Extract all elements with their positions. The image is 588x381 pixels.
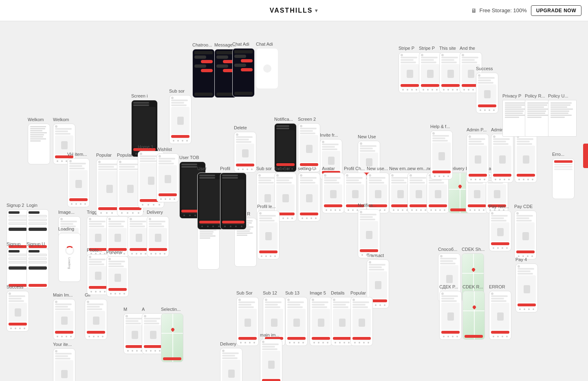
frame-image5[interactable]: Image 5 [310, 290, 332, 346]
frame-delivery_d1[interactable]: Delivery [220, 341, 242, 381]
frame-label-pay_cde: Pay CDE [514, 204, 533, 209]
frame-wishlist[interactable]: Wishlist [156, 147, 179, 202]
frame-popular3[interactable]: Popular [350, 290, 373, 346]
frame-label-profil_ch: Profil Ch... [344, 166, 365, 171]
frame-loading[interactable]: LoadingLoading [58, 226, 81, 282]
frame-label-main_im2: main im... [260, 332, 280, 337]
frame-thumb-success1 [7, 291, 29, 332]
frame-screen2[interactable]: Screen 2 [298, 117, 320, 172]
frame-label-help: Help & f... [430, 124, 450, 129]
frame-signup2[interactable]: Signup_ [7, 241, 29, 289]
frame-thumb-photo [87, 254, 109, 295]
frame-label-notifica1: Notifica... [274, 117, 293, 122]
frame-success1[interactable]: Success [7, 284, 29, 332]
frame-label-stripe2: Stripe P [419, 46, 435, 51]
frame-label-delivery_d1: Delivery [220, 341, 236, 346]
frame-help[interactable]: Help & f... [430, 124, 453, 179]
frame-chat_adi1[interactable]: Chat Adi [232, 42, 255, 97]
frame-site[interactable]: This site [439, 46, 462, 93]
frame-thumb-sub13 [285, 297, 308, 346]
frame-setting[interactable]: setting U [298, 166, 320, 222]
frame-signup3[interactable]: Signup U [26, 241, 49, 289]
frame-main_im[interactable]: Main Im... [53, 292, 75, 340]
frame-label-popular2: Popular... [117, 153, 136, 157]
frame-label-main_im: Main Im... [53, 292, 73, 297]
frame-sub_sor4[interactable]: Sub Sor [236, 290, 259, 346]
frame-cdek_ru[interactable]: CDEK R... [462, 284, 485, 340]
frame-thumb-cdek_ru [462, 291, 485, 340]
frame-delivery2[interactable]: Delivery [147, 210, 169, 257]
frame-pay_cde[interactable]: Pay CDE [514, 204, 537, 259]
frame-thumb-chatroo [192, 49, 215, 98]
frame-policy_u[interactable]: Policy U... [548, 93, 577, 137]
frame-admin_p1[interactable]: Admin P... [467, 127, 489, 183]
frame-label-signup1: Signup 2 [7, 203, 24, 208]
frame-error2[interactable]: ERROR [489, 284, 511, 340]
app-logo[interactable]: VASTHILLS ▾ [270, 7, 319, 14]
frame-label-sub_sor1: Sub sor [169, 89, 185, 93]
frame-label-stripe1: Stripe P [399, 46, 414, 51]
frame-label-your_items: Your ite... [53, 342, 72, 347]
frame-label-selection: Selectin... [161, 307, 181, 312]
frame-label-chatroo: Chatroo... [192, 42, 212, 47]
storage-icon: 🖥 [471, 7, 477, 14]
frame-error[interactable]: Erro... [552, 152, 575, 199]
frame-your_items[interactable]: Your ite... [53, 342, 75, 381]
frame-label-chat_adi2: Chat Adi [256, 42, 273, 47]
frame-label-sposob: Способ... [438, 247, 457, 252]
frame-profil[interactable]: Profil [220, 166, 247, 230]
frame-selection[interactable]: Selectin... [161, 307, 183, 362]
frame-gif[interactable]: Gif [85, 292, 107, 340]
frame-thumb-delivery2 [147, 216, 169, 257]
frame-vh_items[interactable]: VH item... [67, 152, 90, 207]
frame-notifica2[interactable]: Notifica... [358, 203, 380, 258]
frame-main_im2[interactable]: main im... [260, 332, 282, 381]
frame-chatroo[interactable]: Chatroo... [192, 42, 215, 98]
storage-label: Free Storage: 100% [479, 7, 526, 13]
frame-label-avatar: Avatar [322, 166, 335, 171]
frame-profil_le[interactable]: Profil le... [257, 204, 280, 259]
frame-label-policy_u: Policy U... [548, 93, 568, 98]
frame-chat_adi2[interactable]: Chat Adi [256, 42, 278, 89]
frame-notifica1[interactable]: Notifica... [274, 117, 297, 172]
frame-thumb-main_im [53, 299, 75, 340]
frame-success2[interactable]: Success [476, 66, 498, 113]
frame-label-error: Erro... [552, 152, 564, 157]
frame-sdek_pc[interactable]: СДЕК Р... [439, 284, 462, 340]
frame-thumb-notifica1 [274, 123, 297, 172]
frame-pay4[interactable]: Pay 4 [515, 257, 538, 312]
frame-label-profil: Profil [220, 166, 230, 171]
frame-stripe2[interactable]: Stripe P [419, 46, 441, 93]
frame-thumb-success2 [476, 73, 498, 113]
upgrade-button[interactable]: UPGRADE NOW [531, 5, 581, 16]
frame-label-policy_r: Policy R... [525, 93, 545, 98]
frame-sub_sor1[interactable]: Sub sor [169, 89, 192, 144]
frame-thumb-error2 [489, 291, 511, 340]
frame-label-new_em1: New em... [389, 166, 410, 171]
frame-details2[interactable]: Details [331, 290, 353, 346]
frame-thumb-your_items [53, 348, 75, 381]
frame-delete[interactable]: Delete [234, 125, 256, 173]
frame-pay_time[interactable]: Pay тип... [489, 204, 511, 251]
frame-thumb-profil [220, 173, 247, 230]
storage-badge: 🖥 Free Storage: 100% [471, 7, 526, 14]
header: VASTHILLS ▾ 🖥 Free Storage: 100% UPGRADE… [0, 0, 588, 21]
frame-label-popular3: Popular [350, 290, 366, 295]
frame-label-user_tob: User TOB [179, 155, 199, 160]
frame-avatar[interactable]: Avatar [322, 166, 344, 213]
frame-label-and_the: And the [460, 46, 475, 51]
frame-stripe1[interactable]: Stripe P [399, 46, 421, 93]
frame-thumb-signup2 [7, 248, 29, 289]
frame-thumb-delete [234, 132, 256, 173]
frame-label-sub12: Sub 12 [263, 290, 277, 295]
frame-preview[interactable]: Preview [106, 250, 129, 297]
canvas: WelkomWelkomVH item...Signup 2LoginSignu… [0, 21, 588, 381]
frame-sub13[interactable]: Sub 13 [285, 290, 308, 346]
frame-thumb-pay_cde [514, 210, 537, 259]
logo-chevron-icon: ▾ [315, 8, 318, 13]
frame-label-preview: Preview [106, 250, 122, 255]
frame-label-cdek_ru: CDEK R... [462, 284, 483, 289]
frame-photo[interactable]: Photo... [87, 248, 109, 295]
frame-thumb-selection [161, 313, 183, 362]
frame-welkom1[interactable]: Welkom [28, 117, 50, 164]
